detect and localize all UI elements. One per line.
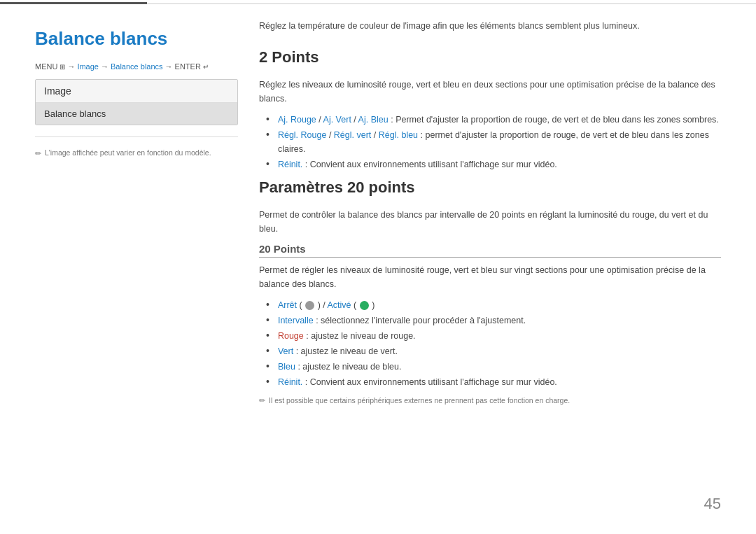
bullet-bleu: Bleu : ajustez le niveau de bleu.	[266, 360, 721, 374]
note-icon: ✏	[35, 149, 41, 158]
section2-bullets: Arrêt ( ) / Activé ( ) Intervalle : séle…	[266, 298, 721, 389]
section1-body: Réglez les niveaux de luminosité rouge, …	[259, 78, 721, 106]
bullet-vert: Vert : ajustez le niveau de vert.	[266, 344, 721, 358]
breadcrumb: MENU ⊞ → Image → Balance blancs → ENTER …	[35, 62, 238, 71]
page-number: 45	[704, 495, 721, 513]
breadcrumb-image: Image	[77, 62, 99, 71]
bullet-regl-rouge: Régl. Rouge / Régl. vert / Régl. bleu : …	[266, 128, 721, 156]
menu-box-header: Image	[36, 80, 237, 103]
note-text: L'image affichée peut varier en fonction…	[45, 148, 211, 157]
section2-subtitle-body: Permet de régler les niveaux de luminosi…	[259, 263, 721, 291]
breadcrumb-arrow1: →	[67, 62, 75, 71]
arret-text: Arrêt	[278, 300, 297, 310]
bullet-regl-rouge-text: Régl. Rouge	[278, 130, 327, 140]
bullet-aj-rouge: Aj. Rouge / Aj. Vert / Aj. Bleu : Permet…	[266, 113, 721, 127]
intervalle-text: Intervalle	[278, 316, 314, 325]
menu-icon: ⊞	[59, 63, 65, 71]
bullet-reinit1: Réinit. : Convient aux environnements ut…	[266, 157, 721, 171]
breadcrumb-arrow3: →	[165, 62, 173, 71]
top-bar	[0, 0, 756, 4]
section1-title: 2 Points	[259, 48, 721, 69]
menu-box-item: Balance blancs	[36, 103, 237, 125]
left-panel-note: ✏ L'image affichée peut varier en foncti…	[35, 148, 238, 158]
bullet-arret: Arrêt ( ) / Activé ( )	[266, 298, 721, 312]
enter-icon: ↵	[203, 63, 209, 71]
menu-box: Image Balance blancs	[35, 79, 238, 125]
section2-footnote: ✏ Il est possible que certains périphéri…	[259, 396, 721, 405]
top-bar-left	[0, 2, 147, 4]
section2-subtitle: 20 Points	[259, 243, 721, 258]
breadcrumb-enter: ENTER	[175, 62, 201, 71]
circle-green-icon	[360, 301, 369, 310]
right-panel: Réglez la température de couleur de l'im…	[259, 20, 721, 405]
bullet-aj-rouge-text: Aj. Rouge	[278, 115, 316, 125]
section2-title: Paramètres 20 points	[259, 178, 721, 199]
breadcrumb-arrow2: →	[101, 62, 108, 71]
page-title: Balance blancs	[35, 28, 238, 50]
circle-gray-icon	[305, 301, 314, 310]
bleu-text: Bleu	[278, 362, 295, 372]
rouge-text: Rouge	[278, 331, 304, 341]
top-bar-right	[147, 3, 756, 4]
active-text: Activé	[328, 300, 351, 310]
left-panel: Balance blancs MENU ⊞ → Image → Balance …	[35, 14, 238, 158]
bullet-reinit2: Réinit. : Convient aux environnements ut…	[266, 375, 721, 389]
section1-bullets: Aj. Rouge / Aj. Vert / Aj. Bleu : Permet…	[266, 113, 721, 171]
bullet-aj-bleu-text: Aj. Bleu	[358, 115, 388, 125]
vert-text: Vert	[278, 346, 293, 356]
bullet-regl-vert-text: Régl. vert	[334, 130, 372, 140]
divider	[35, 136, 238, 137]
reinit2-text: Réinit.	[278, 377, 302, 387]
bullet-regl-bleu-text: Régl. bleu	[379, 130, 418, 140]
intro-text: Réglez la température de couleur de l'im…	[259, 20, 721, 33]
bullet-intervalle: Intervalle : sélectionnez l'intervalle p…	[266, 314, 721, 328]
breadcrumb-balance: Balance blancs	[111, 62, 163, 71]
bullet-rouge: Rouge : ajustez le niveau de rouge.	[266, 329, 721, 343]
footnote-icon: ✏	[259, 396, 265, 405]
bullet-reinit1-text: Réinit.	[278, 160, 302, 169]
section2-body: Permet de contrôler la balance des blanc…	[259, 208, 721, 236]
footnote-text: Il est possible que certains périphériqu…	[269, 396, 570, 405]
breadcrumb-menu: MENU	[35, 62, 57, 71]
bullet-aj-vert-text: Aj. Vert	[323, 115, 351, 125]
